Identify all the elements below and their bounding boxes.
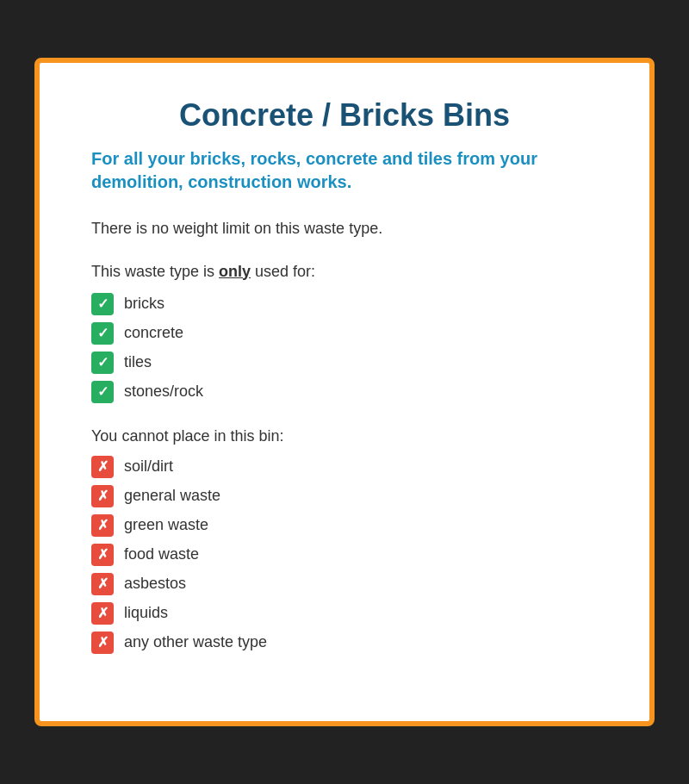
item-label: bricks [124,295,164,313]
check-icon: ✓ [91,293,114,315]
allowed-suffix: used for: [251,263,315,280]
allowed-bold: only [219,263,251,280]
x-icon: ✗ [91,632,114,654]
list-item: ✗general waste [91,485,598,507]
x-icon: ✗ [91,602,114,625]
item-label: liquids [124,604,168,622]
not-allowed-items-list: ✗soil/dirt✗general waste✗green waste✗foo… [91,456,598,654]
item-label: food waste [124,545,199,563]
allowed-prefix: This waste type is [91,263,219,280]
list-item: ✗any other waste type [91,632,598,654]
item-label: concrete [124,324,183,342]
info-card: Concrete / Bricks Bins For all your bric… [34,58,655,725]
item-label: stones/rock [124,383,203,401]
x-icon: ✗ [91,544,114,566]
item-label: any other waste type [124,633,267,651]
x-icon: ✗ [91,485,114,507]
allowed-items-list: ✓bricks✓concrete✓tiles✓stones/rock [91,293,598,403]
x-icon: ✗ [91,456,114,478]
list-item: ✓stones/rock [91,381,598,403]
x-icon: ✗ [91,514,114,537]
item-label: general waste [124,487,220,505]
check-icon: ✓ [91,322,114,345]
item-label: soil/dirt [124,457,173,476]
not-allowed-section-label: You cannot place in this bin: [91,427,598,445]
allowed-section-label: This waste type is only used for: [91,261,598,283]
list-item: ✓tiles [91,352,598,374]
item-label: asbestos [124,575,186,593]
page-title: Concrete / Bricks Bins [91,97,598,134]
card-subtitle: For all your bricks, rocks, concrete and… [91,147,598,194]
check-icon: ✓ [91,381,114,403]
item-label: green waste [124,516,208,534]
list-item: ✗food waste [91,544,598,566]
list-item: ✗liquids [91,602,598,625]
list-item: ✓concrete [91,322,598,345]
item-label: tiles [124,353,152,371]
list-item: ✗green waste [91,514,598,537]
list-item: ✗soil/dirt [91,456,598,478]
list-item: ✓bricks [91,293,598,315]
weight-limit-description: There is no weight limit on this waste t… [91,218,598,240]
check-icon: ✓ [91,352,114,374]
list-item: ✗asbestos [91,573,598,595]
x-icon: ✗ [91,573,114,595]
